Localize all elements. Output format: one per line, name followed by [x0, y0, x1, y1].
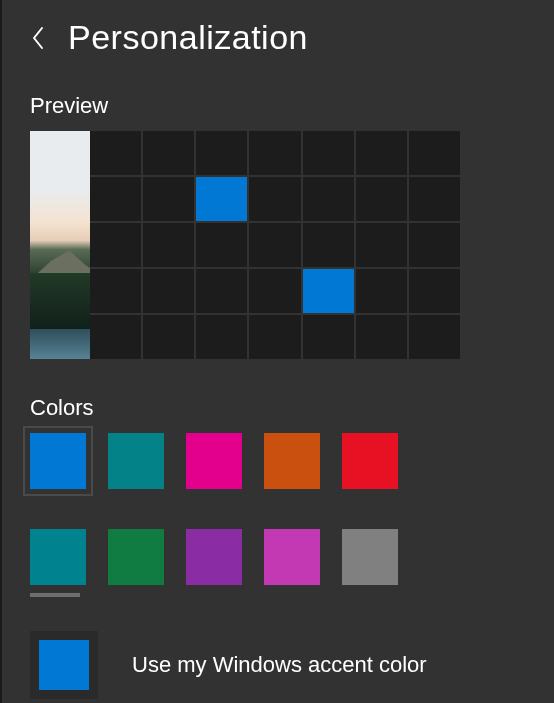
preview-tile: [249, 177, 300, 221]
preview-tile: [90, 269, 141, 313]
preview-tile: [303, 269, 354, 313]
preview-tile: [90, 223, 141, 267]
back-button[interactable]: [26, 26, 50, 50]
preview-tile: [196, 269, 247, 313]
preview-tile: [249, 223, 300, 267]
preview-tile: [249, 269, 300, 313]
preview-tile: [143, 223, 194, 267]
preview-tile: [409, 269, 460, 313]
page-header: Personalization: [2, 0, 554, 57]
preview-tile: [409, 315, 460, 359]
preview-tile: [356, 177, 407, 221]
preview-tile: [196, 131, 247, 175]
selected-underline: [30, 593, 80, 597]
preview-tile: [196, 223, 247, 267]
color-swatch-red[interactable]: [342, 433, 398, 489]
colors-label: Colors: [30, 395, 554, 421]
preview-tile: [196, 177, 247, 221]
preview-tile: [409, 177, 460, 221]
color-swatch-orange[interactable]: [264, 433, 320, 489]
color-swatch-gray[interactable]: [342, 529, 398, 585]
accent-color-preview-box[interactable]: [30, 631, 98, 699]
preview-tile: [196, 315, 247, 359]
color-swatch-blue[interactable]: [30, 433, 86, 489]
preview-tile: [303, 223, 354, 267]
chevron-left-icon: [31, 26, 45, 50]
preview-tile: [356, 131, 407, 175]
page-title: Personalization: [68, 18, 308, 57]
preview-tile: [303, 131, 354, 175]
preview-tile: [143, 177, 194, 221]
color-swatch-teal[interactable]: [108, 433, 164, 489]
windows-accent-option[interactable]: Use my Windows accent color: [30, 631, 554, 699]
preview-tile: [90, 315, 141, 359]
color-swatch-purple[interactable]: [186, 529, 242, 585]
preview-tile: [409, 131, 460, 175]
preview-tile: [356, 315, 407, 359]
preview-tile: [356, 223, 407, 267]
preview-tile: [303, 315, 354, 359]
accent-color-swatch: [39, 640, 89, 690]
preview-tile: [303, 177, 354, 221]
preview-tile: [356, 269, 407, 313]
preview-area: [30, 131, 460, 359]
accent-option-label: Use my Windows accent color: [132, 652, 427, 678]
preview-tile: [249, 315, 300, 359]
preview-tile: [90, 131, 141, 175]
preview-tile: [409, 223, 460, 267]
preview-tile: [143, 315, 194, 359]
preview-tile: [143, 269, 194, 313]
color-swatch-cyan[interactable]: [30, 529, 86, 585]
preview-wallpaper: [30, 131, 90, 359]
preview-tile: [143, 131, 194, 175]
preview-tile-grid: [90, 131, 460, 359]
color-swatch-magenta[interactable]: [186, 433, 242, 489]
preview-tile: [90, 177, 141, 221]
color-swatch-pink[interactable]: [264, 529, 320, 585]
color-swatch-grid: [30, 433, 460, 587]
preview-tile: [249, 131, 300, 175]
preview-label: Preview: [30, 93, 554, 119]
color-swatch-green[interactable]: [108, 529, 164, 585]
